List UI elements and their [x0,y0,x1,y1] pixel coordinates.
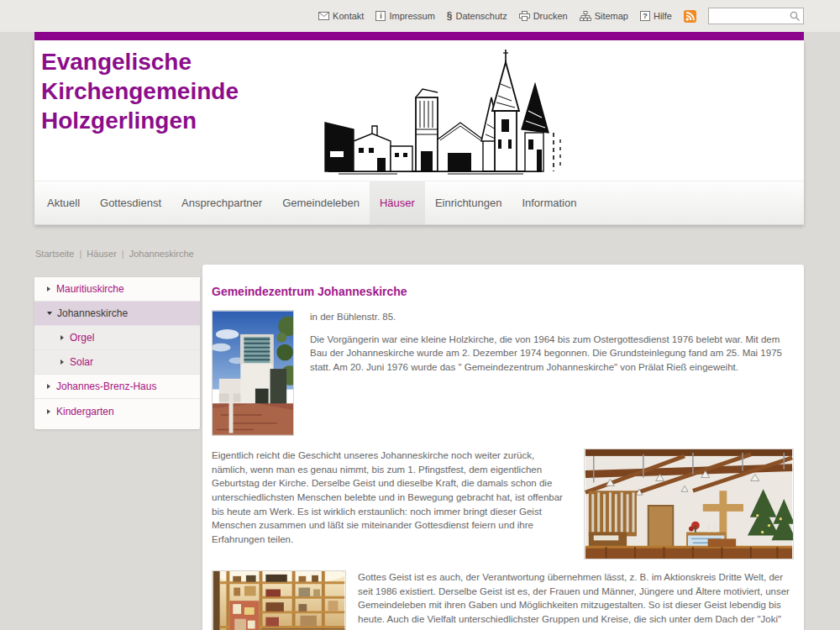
sidebar-item-solar[interactable]: Solar [34,350,200,375]
sidebar-item-label: Orgel [70,332,94,344]
triangle-right-icon [60,360,64,365]
content-section-2: Eigentlich reicht die Geschicht unseres … [212,449,794,559]
sidebar-item-label: Johanneskirche [57,307,128,319]
site-title-line3: Holzgerlingen [41,106,239,135]
sidebar-item-mauritiuskirche[interactable]: Mauritiuskirche [34,277,200,302]
drucken-label: Drucken [533,11,568,21]
content-section-3: Gottes Geist ist es auch, der Verantwort… [212,570,794,630]
page-title: Gemeindezentrum Johanneskirche [212,285,794,298]
sidebar-item-label: Johannes-Brenz-Haus [56,381,156,392]
brand-purple-bar [34,32,804,40]
help-box-icon: ? [640,11,650,21]
triangle-down-icon [47,312,52,315]
site-title-line1: Evangelische [41,47,239,76]
envelope-icon [318,12,329,20]
top-utility-bar: Kontakt i Impressum § Datenschutz Drucke… [0,0,840,32]
sidebar-item-label: Kindergarten [56,406,114,417]
impressum-label: Impressum [389,11,434,21]
hilfe-label: Hilfe [654,11,672,21]
header-nav-block: Evangelische Kirchengemeinde Holzgerling… [34,40,804,225]
nav-item-information[interactable]: Information [512,181,586,224]
rss-icon[interactable] [684,10,696,23]
datenschutz-label: Datenschutz [456,11,507,21]
info-box-icon: i [375,11,386,21]
nav-item-aktuell[interactable]: Aktuell [37,181,90,224]
breadcrumb-startseite[interactable]: Startseite [35,249,74,259]
impressum-link[interactable]: i Impressum [375,11,434,21]
nav-item-gemeindeleben[interactable]: Gemeindeleben [272,181,370,224]
triangle-right-icon [47,409,50,414]
triangle-right-icon [47,384,50,389]
section-sign-icon: § [447,11,453,21]
datenschutz-link[interactable]: § Datenschutz [447,11,507,21]
content-row: Mauritiuskirche Johanneskirche Orgel Sol… [34,265,804,630]
content-section-1: in der Bühlenstr. 85. Die Vorgängerin wa… [212,310,794,436]
site-header: Evangelische Kirchengemeinde Holzgerling… [34,40,804,181]
sidebar-item-orgel[interactable]: Orgel [34,326,200,350]
sidebar-item-label: Mauritiuskirche [56,283,124,295]
triangle-right-icon [60,335,64,340]
address-text: in der Bühlenstr. 85. [212,310,794,324]
breadcrumb-current: Johanneskirche [129,249,194,259]
gemeindezentrum-shelves-photo [212,570,346,630]
printer-icon [519,11,530,21]
sidebar-item-johanneskirche[interactable]: Johanneskirche [34,302,200,326]
search-box [708,8,804,24]
kontakt-label: Kontakt [333,11,364,21]
nav-item-einrichtungen[interactable]: Einrichtungen [425,181,512,224]
site-title-line2: Kirchengemeinde [41,76,239,106]
sitemap-link[interactable]: Sitemap [580,11,628,21]
breadcrumb-haeuser[interactable]: Häuser [87,249,116,259]
main-content: Gemeindezentrum Johanneskirche [202,265,804,630]
breadcrumb-separator: | [74,249,87,259]
sidebar-item-label: Solar [70,356,93,368]
sitemap-label: Sitemap [595,11,628,21]
paragraph-history: Die Vorgängerin war eine kleine Holzkirc… [212,333,794,375]
johanneskirche-interior-photo [584,449,794,559]
breadcrumb-separator: | [117,249,129,259]
sitemap-icon [580,11,591,21]
main-nav: Aktuell Gottesdienst Ansprechpartner Gem… [34,181,804,225]
breadcrumb: Startseite|Häuser|Johanneskirche [35,249,804,260]
johanneskirche-exterior-photo [212,310,294,436]
nav-item-ansprechpartner[interactable]: Ansprechpartner [171,181,272,224]
sidebar-item-kindergarten[interactable]: Kindergarten [34,399,200,423]
nav-item-haeuser[interactable]: Häuser [370,181,425,224]
page-container: Evangelische Kirchengemeinde Holzgerling… [34,32,804,630]
hilfe-link[interactable]: ? Hilfe [640,11,672,21]
nav-item-gottesdienst[interactable]: Gottesdienst [90,181,171,224]
drucken-link[interactable]: Drucken [519,11,568,21]
search-icon[interactable] [790,11,801,22]
kontakt-link[interactable]: Kontakt [318,11,364,21]
triangle-right-icon [47,286,50,291]
site-title: Evangelische Kirchengemeinde Holzgerling… [41,47,239,135]
church-skyline-sketch-icon [322,45,574,180]
sidebar-menu: Mauritiuskirche Johanneskirche Orgel Sol… [34,277,200,429]
sidebar-item-johannes-brenz-haus[interactable]: Johannes-Brenz-Haus [34,375,200,399]
